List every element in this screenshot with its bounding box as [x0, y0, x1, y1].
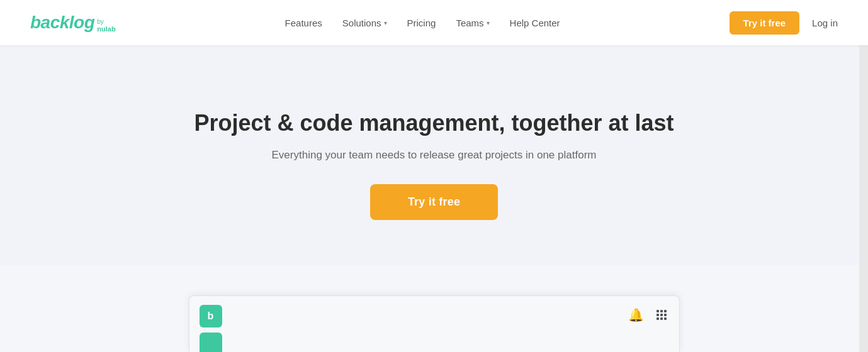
app-top-bar: 🔔 — [222, 302, 679, 322]
chevron-down-icon: ▾ — [384, 19, 387, 26]
nav-login-button[interactable]: Log in — [812, 18, 838, 28]
navbar: backlog by nulab Features Solutions ▾ Pr… — [0, 0, 868, 45]
logo[interactable]: backlog by nulab — [30, 13, 116, 33]
nav-item-solutions[interactable]: Solutions ▾ — [342, 18, 387, 28]
grid-menu-icon[interactable] — [657, 310, 667, 320]
hero-section: Project & code management, together at l… — [0, 45, 868, 265]
nav-item-features[interactable]: Features — [285, 18, 322, 28]
nav-item-teams[interactable]: Teams ▾ — [456, 18, 489, 28]
logo-nulab: nulab — [97, 25, 115, 33]
logo-brand: backlog — [30, 13, 94, 33]
app-sidebar-second-icon — [200, 333, 222, 352]
nav-item-pricing[interactable]: Pricing — [407, 18, 436, 28]
logo-by: by — [97, 18, 115, 25]
hero-subtitle: Everything your team needs to release gr… — [272, 149, 597, 162]
scrollbar[interactable] — [859, 0, 868, 352]
nav-item-help-center[interactable]: Help Center — [510, 18, 560, 28]
nav-links: Features Solutions ▾ Pricing Teams ▾ Hel… — [285, 18, 560, 28]
chevron-down-icon-teams: ▾ — [487, 19, 490, 26]
hero-title: Project & code management, together at l… — [194, 109, 674, 136]
notification-bell-icon[interactable]: 🔔 — [628, 307, 644, 322]
app-preview: b 🔔 — [189, 295, 680, 352]
app-sidebar-logo: b — [200, 305, 222, 327]
hero-try-free-button[interactable]: Try it free — [370, 184, 498, 220]
nav-actions: Try it free Log in — [730, 11, 838, 35]
nav-try-free-button[interactable]: Try it free — [730, 11, 800, 35]
